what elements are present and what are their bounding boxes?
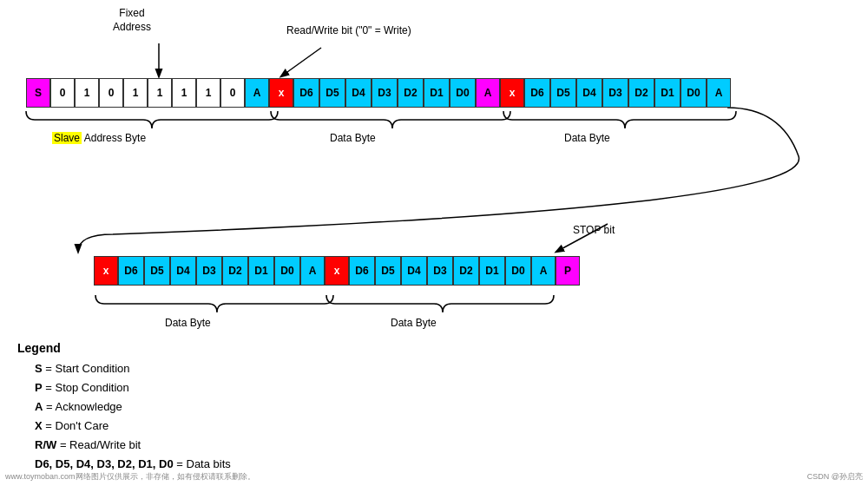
cell-D0b: D0 (681, 78, 707, 108)
legend-P: P = Stop Condition (35, 378, 231, 397)
legend-RW: R/W = Read/Write bit (35, 436, 231, 455)
cell-1d: 1 (172, 78, 196, 108)
diagram-container: FixedAddress Read/Write bit ("0" = Write… (0, 0, 868, 486)
cell-D2b: D2 (628, 78, 654, 108)
cell-D4c: D4 (170, 256, 196, 286)
cell-P: P (556, 256, 580, 286)
slave-address-label: Slave Address Byte (52, 132, 146, 144)
legend: Legend S = Start Condition P = Stop Cond… (17, 338, 231, 474)
cell-D5b: D5 (550, 78, 576, 108)
data-byte-label-3: Data Byte (165, 317, 211, 329)
legend-X: X = Don't Care (35, 417, 231, 436)
cell-0b: 0 (99, 78, 123, 108)
legend-title: Legend (17, 338, 231, 359)
cell-D6c: D6 (118, 256, 144, 286)
cell-0: 0 (50, 78, 75, 108)
cell-1b: 1 (123, 78, 148, 108)
cell-D2a: D2 (398, 78, 424, 108)
cell-D4a: D4 (345, 78, 372, 108)
legend-A: A = Acknowledge (35, 397, 231, 417)
cell-1c: 1 (148, 78, 172, 108)
cell-D0d: D0 (505, 256, 531, 286)
cell-D3c: D3 (196, 256, 222, 286)
cell-D1a: D1 (424, 78, 450, 108)
row2-cells: x D6 D5 D4 D3 D2 D1 D0 A x D6 D5 D4 D3 D… (94, 256, 580, 286)
cell-D3d: D3 (427, 256, 453, 286)
legend-S: S = Start Condition (35, 359, 231, 378)
cell-D0a: D0 (450, 78, 476, 108)
cell-A1: A (245, 78, 269, 108)
cell-D1b: D1 (654, 78, 681, 108)
cell-D5c: D5 (144, 256, 170, 286)
cell-0c: 0 (220, 78, 245, 108)
slave-highlight: Slave (52, 132, 82, 144)
watermark-right: CSDN @孙启亮 (807, 471, 863, 483)
cell-x3: x (94, 256, 118, 286)
data-byte-label-1: Data Byte (330, 132, 376, 144)
cell-A4: A (300, 256, 325, 286)
cell-D3a: D3 (372, 78, 398, 108)
cell-D5a: D5 (319, 78, 345, 108)
cell-S: S (26, 78, 50, 108)
cell-x4: x (325, 256, 349, 286)
cell-A5: A (531, 256, 556, 286)
fixed-address-label: FixedAddress (113, 7, 151, 34)
watermark-left: www.toymoban.com网络图片仅供展示，非存储，如有侵权请联系删除。 (5, 471, 255, 483)
data-byte-label-4: Data Byte (391, 317, 437, 329)
cell-D3b: D3 (602, 78, 628, 108)
row1-cells: S 0 1 0 1 1 1 1 0 A x D6 D5 D4 D3 D2 D1 … (26, 78, 731, 108)
cell-D4b: D4 (576, 78, 602, 108)
cell-D4d: D4 (401, 256, 427, 286)
cell-D0c: D0 (274, 256, 300, 286)
cell-1e: 1 (196, 78, 220, 108)
cell-D1c: D1 (248, 256, 274, 286)
rw-bit-label: Read/Write bit ("0" = Write) (286, 24, 411, 36)
cell-D6d: D6 (349, 256, 375, 286)
cell-D1d: D1 (479, 256, 505, 286)
cell-D2c: D2 (222, 256, 248, 286)
cell-A2: A (476, 78, 500, 108)
cell-x2: x (500, 78, 524, 108)
cell-x1: x (269, 78, 293, 108)
cell-A3: A (707, 78, 731, 108)
cell-1a: 1 (75, 78, 99, 108)
cell-D6b: D6 (524, 78, 550, 108)
cell-D6a: D6 (293, 78, 319, 108)
cell-D2d: D2 (453, 256, 479, 286)
data-byte-label-2: Data Byte (564, 132, 610, 144)
stop-bit-label: STOP bit (573, 224, 615, 236)
cell-D5d: D5 (375, 256, 401, 286)
svg-line-1 (281, 48, 321, 76)
